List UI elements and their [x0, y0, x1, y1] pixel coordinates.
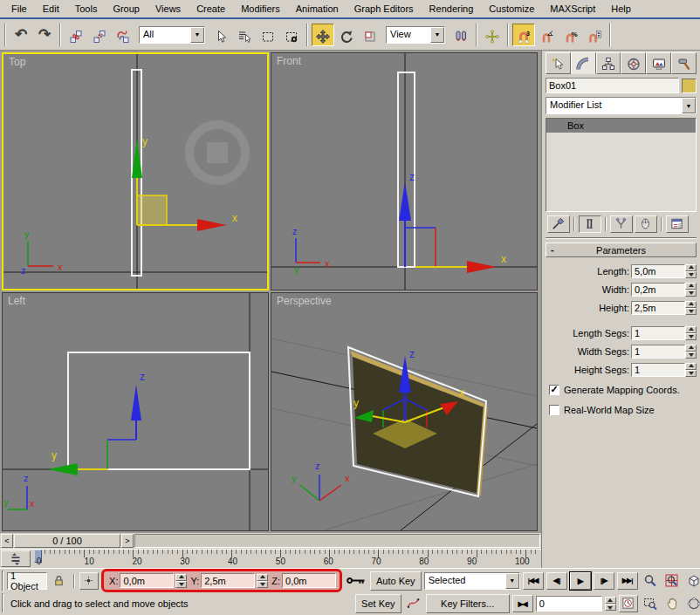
viewport-perspective[interactable]: Perspective: [271, 292, 538, 531]
width-segs-field[interactable]: 1: [631, 345, 685, 359]
time-slider-handle[interactable]: 0 / 100: [14, 534, 120, 548]
viewport-top-canvas[interactable]: y x y x z: [3, 54, 267, 289]
y-spinner[interactable]: [257, 574, 268, 588]
height-spinner[interactable]: [685, 301, 697, 315]
viewport-front[interactable]: Front z x: [271, 52, 538, 290]
rollout-collapse-icon[interactable]: -: [551, 244, 554, 255]
move-gizmo[interactable]: z y: [48, 371, 145, 475]
auto-key-button[interactable]: Auto Key: [370, 571, 422, 591]
play-button[interactable]: ▶: [570, 572, 591, 590]
tab-motion[interactable]: [621, 52, 646, 74]
y-coordinate-field[interactable]: 2,5m: [201, 573, 255, 588]
menu-item-create[interactable]: Create: [189, 2, 233, 16]
select-and-move-button[interactable]: [312, 24, 334, 46]
menu-item-file[interactable]: File: [3, 2, 35, 16]
viewport-top[interactable]: Top y: [2, 52, 269, 290]
pan-button[interactable]: [662, 595, 682, 613]
time-slider-track[interactable]: [134, 534, 540, 548]
redo-button[interactable]: ↷: [33, 24, 56, 46]
remove-modifier-button[interactable]: [635, 215, 657, 233]
box-wireframe-left[interactable]: [68, 352, 250, 469]
height-segs-field[interactable]: 1: [631, 363, 685, 377]
length-segs-spinner[interactable]: [685, 326, 697, 340]
tab-hierarchy[interactable]: [596, 52, 621, 74]
viewport-left[interactable]: Left z y: [2, 292, 269, 531]
menu-item-modifiers[interactable]: Modifiers: [233, 2, 288, 16]
arc-rotate-button[interactable]: [684, 595, 700, 613]
object-color-swatch[interactable]: [682, 79, 697, 93]
select-and-rotate-button[interactable]: [335, 24, 358, 46]
select-and-scale-button[interactable]: [359, 24, 381, 46]
width-segs-spinner[interactable]: [685, 345, 697, 359]
menu-item-views[interactable]: Views: [148, 2, 189, 16]
viewport-front-canvas[interactable]: z x z x y: [271, 53, 537, 290]
rectangular-selection-region-button[interactable]: [257, 24, 279, 46]
trackbar-ruler[interactable]: 0102030405060708090100: [31, 550, 538, 568]
modifier-stack[interactable]: Box: [546, 118, 697, 212]
real-world-map-size-checkbox[interactable]: [549, 405, 559, 415]
reference-coordinate-system-dropdown[interactable]: View ▼: [386, 26, 445, 44]
dropdown-arrow-icon[interactable]: ▼: [682, 98, 696, 113]
zoom-extents-button[interactable]: [684, 571, 700, 590]
viewport-left-canvas[interactable]: z y z y x: [3, 293, 268, 530]
length-segs-field[interactable]: 1: [631, 326, 685, 340]
parameters-rollout-header[interactable]: - Parameters: [546, 243, 697, 257]
length-field[interactable]: 5,0m: [631, 264, 685, 278]
set-key-button[interactable]: Set Key: [355, 594, 401, 613]
make-unique-button[interactable]: [610, 215, 633, 233]
window-crossing-button[interactable]: [280, 24, 303, 46]
key-mode-toggle-button[interactable]: ▶◀: [512, 595, 533, 612]
select-and-manipulate-button[interactable]: [481, 24, 504, 46]
mini-listener-script-pane[interactable]: [2, 593, 3, 614]
height-field[interactable]: 2,5m: [631, 301, 685, 315]
menu-item-edit[interactable]: Edit: [35, 2, 67, 16]
select-and-link-button[interactable]: [65, 24, 87, 46]
dropdown-arrow-icon[interactable]: ▼: [505, 573, 519, 589]
time-slider-next-button[interactable]: >: [121, 534, 134, 548]
length-spinner[interactable]: [685, 264, 697, 278]
menu-item-rendering[interactable]: Rendering: [422, 2, 482, 16]
current-frame-field[interactable]: 0: [536, 596, 602, 612]
key-filters-button[interactable]: Key Filters...: [426, 594, 510, 613]
menu-item-tools[interactable]: Tools: [67, 2, 106, 16]
use-pivot-point-center-button[interactable]: [450, 24, 472, 46]
go-to-end-button[interactable]: ▶▶|: [617, 572, 638, 590]
percent-snap-button[interactable]: %: [559, 24, 582, 46]
time-slider-prev-button[interactable]: <: [1, 534, 13, 548]
selection-filter-dropdown[interactable]: All ▼: [139, 26, 205, 44]
open-mini-curve-editor-button[interactable]: [1, 550, 31, 567]
set-key-filters-curve-button[interactable]: [404, 595, 423, 612]
frame-spinner[interactable]: [605, 597, 616, 611]
zoom-button[interactable]: [641, 571, 660, 590]
key-mode-dropdown[interactable]: Selected ▼: [424, 572, 520, 590]
modifier-list-dropdown[interactable]: Modifier List ▼: [546, 97, 697, 114]
tab-create[interactable]: [546, 52, 571, 74]
tab-utilities[interactable]: [671, 52, 697, 74]
absolute-mode-toggle[interactable]: [79, 572, 99, 590]
unlink-selection-button[interactable]: [88, 24, 111, 46]
box-wireframe-front[interactable]: [398, 72, 415, 267]
snaps-toggle-button[interactable]: 3: [512, 24, 535, 46]
width-field[interactable]: 0,2m: [631, 283, 685, 297]
menu-item-customize[interactable]: Customize: [481, 2, 542, 16]
tab-display[interactable]: [646, 52, 671, 74]
previous-frame-button[interactable]: ◀||: [546, 572, 567, 590]
select-object-button[interactable]: [209, 24, 232, 46]
menu-item-group[interactable]: Group: [105, 2, 148, 16]
next-frame-button[interactable]: ||▶: [594, 572, 614, 590]
menu-item-help[interactable]: Help: [603, 2, 639, 16]
generate-mapping-coords-checkbox[interactable]: [549, 385, 559, 395]
width-spinner[interactable]: [685, 283, 697, 297]
height-segs-spinner[interactable]: [685, 363, 697, 377]
go-to-start-button[interactable]: |◀◀: [523, 572, 544, 590]
menu-item-animation[interactable]: Animation: [288, 2, 347, 16]
bind-to-space-warp-button[interactable]: [112, 24, 134, 46]
box-object[interactable]: [348, 347, 488, 496]
viewport-perspective-canvas[interactable]: z x y z x y: [271, 293, 537, 530]
zoom-all-button[interactable]: [662, 571, 682, 590]
x-spinner[interactable]: [175, 574, 187, 588]
zoom-region-button[interactable]: [641, 595, 660, 613]
mini-listener-macro-pane[interactable]: [2, 571, 3, 591]
z-coordinate-field[interactable]: 0,0m: [282, 573, 336, 588]
dropdown-arrow-icon[interactable]: ▼: [430, 27, 444, 43]
